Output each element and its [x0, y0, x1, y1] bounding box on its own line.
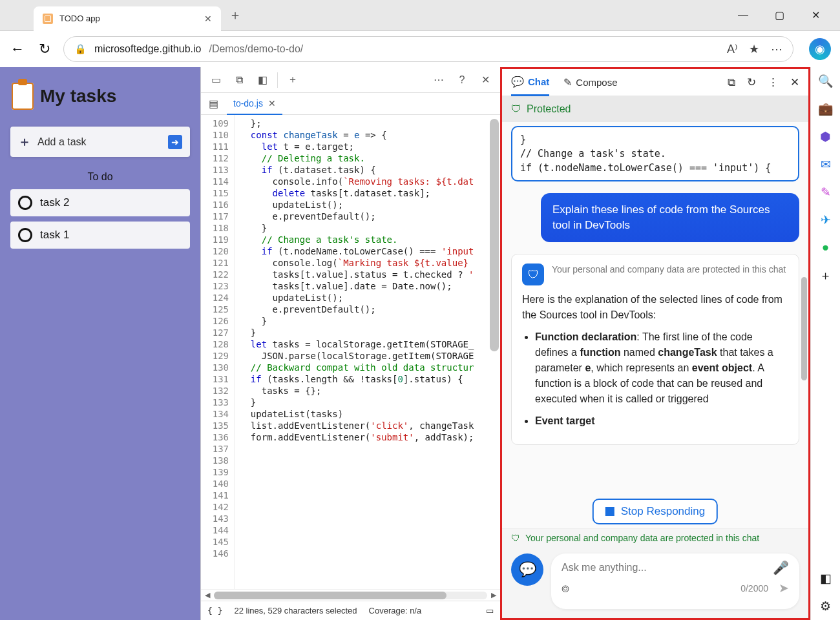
- shield-badge-icon: 🛡: [522, 264, 544, 285]
- copilot-panel: 💬Chat ✎Compose ⧉ ↻ ⋮ ✕ 🛡 Protected } // …: [500, 67, 810, 620]
- send-icon[interactable]: ➤: [779, 581, 789, 595]
- back-button[interactable]: ←: [9, 41, 26, 57]
- add-app-icon[interactable]: ＋: [819, 267, 832, 284]
- more-icon[interactable]: ⋯: [430, 72, 447, 88]
- settings-icon[interactable]: ⚙: [820, 599, 831, 614]
- image-input-icon[interactable]: ⌾: [562, 581, 569, 595]
- chat-tab[interactable]: 💬Chat: [511, 69, 549, 96]
- send-app-icon[interactable]: ✈: [821, 212, 831, 227]
- task-label: task 2: [40, 196, 69, 209]
- plus-icon: ＋: [18, 133, 31, 150]
- shield-icon: 🛡: [511, 533, 520, 543]
- code-content[interactable]: }; const changeTask = e => { let t = e.t…: [235, 115, 500, 589]
- checkbox-icon[interactable]: [18, 228, 32, 242]
- lock-icon: 🔒: [74, 43, 87, 55]
- protected-banner: 🛡 Protected: [502, 96, 808, 122]
- outlook-icon[interactable]: ✉: [821, 157, 831, 172]
- braces-icon[interactable]: { }: [207, 606, 222, 615]
- horizontal-scrollbar[interactable]: ◀▶: [201, 589, 500, 601]
- url-host: microsoftedge.github.io: [94, 43, 201, 55]
- chat-body[interactable]: } // Change a task's state. if (t.nodeNa…: [502, 122, 808, 528]
- add-task-input[interactable]: ＋Add a task ➜: [10, 127, 190, 157]
- refresh-button[interactable]: ↻: [36, 41, 53, 57]
- menu-icon[interactable]: ⋯: [771, 42, 782, 56]
- drop-icon[interactable]: ✎: [821, 185, 831, 200]
- protected-label: Protected: [527, 103, 571, 115]
- responsive-icon[interactable]: ▭: [486, 606, 494, 615]
- task-item[interactable]: task 1: [10, 222, 190, 249]
- devtools-toolbar: ▭ ⧉ ◧ ＋ ⋯ ? ✕: [201, 67, 500, 93]
- more-chat-icon[interactable]: ⋮: [768, 76, 779, 89]
- refresh-chat-icon[interactable]: ↻: [747, 76, 756, 89]
- chat-input-row: 💬 🎤 ⌾ 0/2000 ➤: [502, 547, 808, 618]
- chat-input[interactable]: 🎤 ⌾ 0/2000 ➤: [551, 553, 799, 609]
- protection-footer: 🛡 Your personal and company data are pro…: [502, 528, 808, 547]
- minimize-button[interactable]: —: [731, 9, 755, 21]
- close-tab-icon[interactable]: ✕: [204, 14, 212, 24]
- section-heading: To do: [6, 171, 194, 183]
- chat-icon: 💬: [511, 76, 524, 88]
- clipboard-icon: [12, 83, 34, 110]
- todo-app: My tasks ＋Add a task ➜ To do task 2 task…: [0, 67, 200, 620]
- code-context-message: } // Change a task's state. if (t.nodeNa…: [511, 126, 799, 181]
- coverage-status: Coverage: n/a: [369, 606, 422, 615]
- office-icon[interactable]: ⬢: [820, 129, 831, 144]
- chat-scrollbar[interactable]: [801, 277, 807, 380]
- window-titlebar: TODO app ✕ ＋ — ▢ ✕: [0, 0, 840, 31]
- read-aloud-icon[interactable]: A⁾: [727, 42, 737, 56]
- file-tab-bar: ▤ to-do.js ✕: [201, 93, 500, 115]
- new-topic-button[interactable]: 💬: [511, 553, 543, 586]
- microphone-icon[interactable]: 🎤: [773, 560, 789, 575]
- page-icon: [43, 14, 53, 24]
- file-name: to-do.js: [233, 98, 263, 108]
- edge-sidebar: 🔍 💼 ⬢ ✉ ✎ ✈ ● ＋ ◧ ⚙: [810, 67, 840, 620]
- char-counter: 0/2000: [740, 583, 768, 594]
- ai-bullet-2: Event target: [535, 413, 788, 429]
- status-bar: { } 22 lines, 529 characters selected Co…: [201, 601, 500, 620]
- new-tab-button[interactable]: ＋: [229, 6, 242, 24]
- code-editor[interactable]: 109 110 111 112 113 114 115 116 117 118 …: [201, 115, 500, 589]
- devtools-panel: ▭ ⧉ ◧ ＋ ⋯ ? ✕ ▤ to-do.js ✕ 109 110 111 1…: [200, 67, 500, 620]
- copilot-button[interactable]: ◉: [809, 38, 831, 60]
- inspect-icon[interactable]: ▭: [207, 72, 224, 88]
- add-panel-icon[interactable]: ＋: [284, 72, 301, 88]
- close-window-button[interactable]: ✕: [804, 9, 827, 21]
- browser-tab[interactable]: TODO app ✕: [34, 6, 221, 31]
- stop-icon: [605, 507, 614, 516]
- favorite-icon[interactable]: ★: [749, 42, 759, 56]
- app-title: My tasks: [40, 86, 116, 107]
- briefcase-icon[interactable]: 💼: [818, 101, 834, 116]
- line-gutter: 109 110 111 112 113 114 115 116 117 118 …: [201, 115, 235, 589]
- device-icon[interactable]: ⧉: [231, 72, 247, 88]
- sidebar-toggle-icon[interactable]: ▤: [205, 96, 222, 112]
- open-external-icon[interactable]: ⧉: [728, 76, 735, 89]
- dock-icon[interactable]: ◧: [254, 72, 271, 88]
- selection-status: 22 lines, 529 characters selected: [234, 606, 357, 615]
- ai-intro: Here is the explanation of the selected …: [522, 292, 788, 323]
- user-message: Explain these lines of code from the Sou…: [541, 193, 799, 242]
- spotify-icon[interactable]: ●: [822, 240, 829, 254]
- ai-message: 🛡 Your personal and company data are pro…: [511, 254, 799, 445]
- toolbar: ← ↻ 🔒 microsoftedge.github.io/Demos/demo…: [0, 31, 840, 67]
- compose-tab[interactable]: ✎Compose: [563, 69, 617, 96]
- close-devtools-icon[interactable]: ✕: [477, 72, 494, 88]
- url-path: /Demos/demo-to-do/: [209, 43, 303, 55]
- chat-text-field[interactable]: [562, 562, 773, 574]
- submit-task-button[interactable]: ➜: [168, 135, 182, 149]
- close-file-icon[interactable]: ✕: [268, 98, 276, 108]
- search-icon[interactable]: 🔍: [818, 74, 834, 88]
- close-copilot-icon[interactable]: ✕: [790, 76, 799, 89]
- stop-responding-button[interactable]: Stop Responding: [593, 499, 718, 524]
- maximize-button[interactable]: ▢: [768, 9, 791, 21]
- ai-protection-hint: Your personal and company data are prote…: [552, 264, 786, 276]
- vertical-scrollbar[interactable]: [490, 115, 499, 589]
- file-tab[interactable]: to-do.js ✕: [227, 93, 282, 115]
- address-bar[interactable]: 🔒 microsoftedge.github.io/Demos/demo-to-…: [63, 36, 793, 62]
- add-task-label: Add a task: [37, 136, 87, 148]
- checkbox-icon[interactable]: [18, 196, 32, 210]
- task-item[interactable]: task 2: [10, 189, 190, 216]
- compose-icon: ✎: [563, 76, 572, 88]
- sidebar-toggle-icon[interactable]: ◧: [820, 571, 832, 586]
- ai-bullet-1: Function declaration: The first line of …: [535, 329, 788, 407]
- help-icon[interactable]: ?: [454, 72, 470, 88]
